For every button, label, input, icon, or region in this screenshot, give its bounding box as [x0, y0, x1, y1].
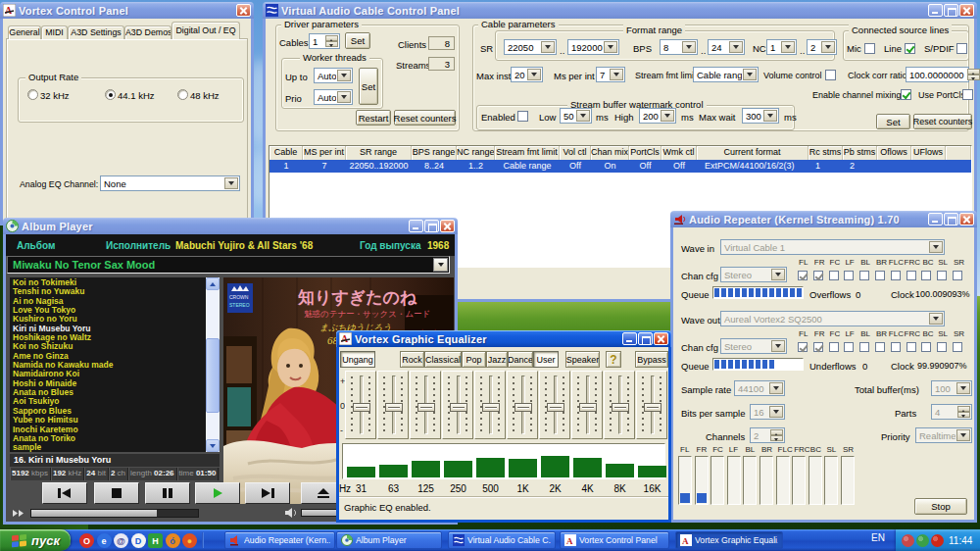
eq-minimize-button[interactable] [622, 332, 637, 345]
table-header-pb-stms[interactable]: Pb stms [843, 146, 877, 160]
nc-from-select[interactable]: 1 [766, 39, 797, 55]
eq-band-slider-500[interactable] [474, 371, 506, 439]
table-header-chan-mix[interactable]: Chan mix [591, 146, 629, 160]
eq-button-classical[interactable]: Classical [424, 351, 462, 368]
ap-titlebar[interactable]: Album Player [3, 218, 458, 234]
watermark-high-select[interactable]: 200 [639, 108, 676, 124]
channel-out-checkbox-br[interactable] [875, 342, 885, 352]
vac-minimize-button[interactable] [928, 4, 943, 17]
album-select-arrow-icon[interactable] [433, 258, 448, 272]
scrollbar-up-icon[interactable] [206, 277, 220, 290]
watermark-maxwait-select[interactable]: 300 [742, 108, 779, 124]
eq-slider-thumb[interactable] [547, 403, 564, 412]
swirl-icon[interactable]: @ [114, 533, 128, 548]
eq-slider-thumb[interactable] [612, 403, 629, 412]
upto-select[interactable]: Auto [314, 68, 353, 83]
rp-maximize-button[interactable] [944, 213, 958, 225]
channel-in-checkbox-flc[interactable] [891, 271, 901, 280]
cable-set-button[interactable]: Set [876, 114, 910, 129]
channel-out-checkbox-flc[interactable] [891, 342, 901, 352]
channel-in-checkbox-sl[interactable] [937, 271, 947, 280]
line-checkbox[interactable] [905, 43, 915, 54]
analog-eq-channel-select[interactable]: None [100, 175, 240, 191]
stream-fmt-limit-select[interactable]: Cable range [693, 67, 759, 82]
red-star-tray-icon[interactable] [902, 534, 914, 547]
vcp-tab-a3d-demos[interactable]: A3D Demos [124, 25, 172, 39]
channel-in-checkbox-bl[interactable] [859, 271, 869, 280]
eq-titlebar[interactable]: A Vortex Graphic Equalizer [336, 330, 671, 347]
table-header-ms-per-int[interactable]: MS per int [303, 146, 346, 160]
table-header-nc-range[interactable]: NC range [457, 146, 495, 160]
channel-out-checkbox-fr[interactable] [813, 342, 823, 352]
ap-close-button[interactable] [440, 220, 455, 232]
play-button[interactable] [195, 482, 240, 504]
progress-bar[interactable] [30, 509, 199, 518]
bps-from-select[interactable]: 8 [660, 39, 698, 55]
vcp-titlebar[interactable]: A Vortex Control Panel [0, 2, 254, 19]
table-header-rc-stms[interactable]: Rc stms [808, 146, 843, 160]
table-header-bps-range[interactable]: BPS range [412, 146, 457, 160]
eq-band-slider-16K[interactable] [636, 371, 667, 439]
cables-table-selected-row[interactable]: 1722050..1920008..241..2Cable rangeOffOn… [270, 160, 971, 173]
parts-spinner[interactable]: 4 [931, 404, 972, 420]
eq-help-button[interactable]: ? [606, 351, 621, 368]
table-header-portcls[interactable]: PortCls [629, 146, 662, 160]
eq-slider-thumb[interactable] [579, 403, 597, 412]
restart-button[interactable]: Restart [356, 110, 391, 125]
table-header-cable[interactable]: Cable [270, 146, 303, 160]
channel-out-checkbox-fc[interactable] [829, 342, 839, 352]
channel-out-checkbox-bc[interactable] [921, 342, 931, 352]
cable-reset-counters-button[interactable]: Reset counters [913, 114, 972, 129]
eq-maximize-button[interactable] [638, 332, 653, 345]
rp-close-button[interactable] [959, 213, 974, 225]
vcp-tab-general[interactable]: General [8, 25, 41, 39]
vac-maximize-button[interactable] [944, 4, 958, 17]
rp-titlebar[interactable]: Audio Repeater (Kernel Streaming) 1.70 [670, 211, 977, 227]
channel-out-checkbox-sr[interactable] [953, 342, 962, 352]
eq-button-pop[interactable]: Pop [462, 351, 486, 368]
volume-control-checkbox[interactable] [825, 70, 836, 80]
enable-channel-mixing-checkbox[interactable] [901, 89, 911, 100]
channel-out-checkbox-bl[interactable] [859, 342, 869, 352]
max-inst-select[interactable]: 20 [511, 67, 543, 82]
watermark-low-select[interactable]: 50 [560, 108, 592, 124]
table-header-vol-ctl[interactable]: Vol ctl [560, 146, 591, 160]
orange-ball-icon[interactable]: ● [182, 533, 197, 548]
total-buffer-select[interactable]: 100 [931, 380, 972, 396]
eq-band-slider-31[interactable] [345, 371, 376, 439]
eq-button-user[interactable]: User [533, 351, 559, 368]
wave-in-select[interactable]: Virtual Cable 1 [720, 239, 945, 255]
vcp-tab-digital-out-eq[interactable]: Digital Out / EQ [172, 22, 240, 39]
channel-in-checkbox-br[interactable] [875, 271, 885, 280]
nc-to-select[interactable]: 2 [807, 39, 837, 55]
driver-reset-counters-button[interactable]: Reset counters [394, 110, 456, 125]
clock-corr-ratio-spinner[interactable]: 100.0000000 [906, 67, 969, 82]
eq-band-slider-1K[interactable] [507, 371, 538, 439]
cables-set-button[interactable]: Set [345, 32, 370, 49]
channel-out-checkbox-frc[interactable] [906, 342, 916, 352]
previous-button[interactable] [42, 482, 87, 504]
sr-from-select[interactable]: 22050 [504, 39, 557, 55]
browser-globe-icon[interactable]: ó [166, 533, 180, 548]
eq-band-slider-250[interactable] [442, 371, 473, 439]
ap-minimize-button[interactable] [409, 220, 423, 232]
output-rate-radio-48-kHz[interactable] [177, 89, 188, 100]
task-button-virtual-audio-cable-c[interactable]: Virtual Audio Cable C... [448, 531, 556, 549]
eq-band-slider-63[interactable] [377, 371, 409, 439]
table-header-oflows[interactable]: Oflows [877, 146, 911, 160]
next-button[interactable] [245, 482, 290, 504]
eq-button-jazz[interactable]: Jazz [486, 351, 508, 368]
scrollbar-down-icon[interactable] [206, 439, 220, 452]
scrollbar-thumb[interactable] [206, 338, 220, 413]
sr-to-select[interactable]: 192000 [567, 39, 619, 55]
task-button-vortex-graphic-equali[interactable]: AVortex Graphic Equali... [675, 531, 783, 549]
table-header-uflows[interactable]: UFlows [911, 146, 946, 160]
eq-button-rock[interactable]: Rock [400, 351, 424, 368]
table-header-stream-fmt-limit[interactable]: Stream fmt limit [495, 146, 560, 160]
eq-close-button[interactable] [654, 332, 668, 345]
vcp-close-button[interactable] [236, 4, 251, 17]
dplayer-icon[interactable]: D [131, 533, 146, 548]
stop-button[interactable] [94, 482, 139, 504]
track-item[interactable]: sample [13, 443, 206, 452]
stop-repeater-button[interactable]: Stop [914, 498, 967, 515]
